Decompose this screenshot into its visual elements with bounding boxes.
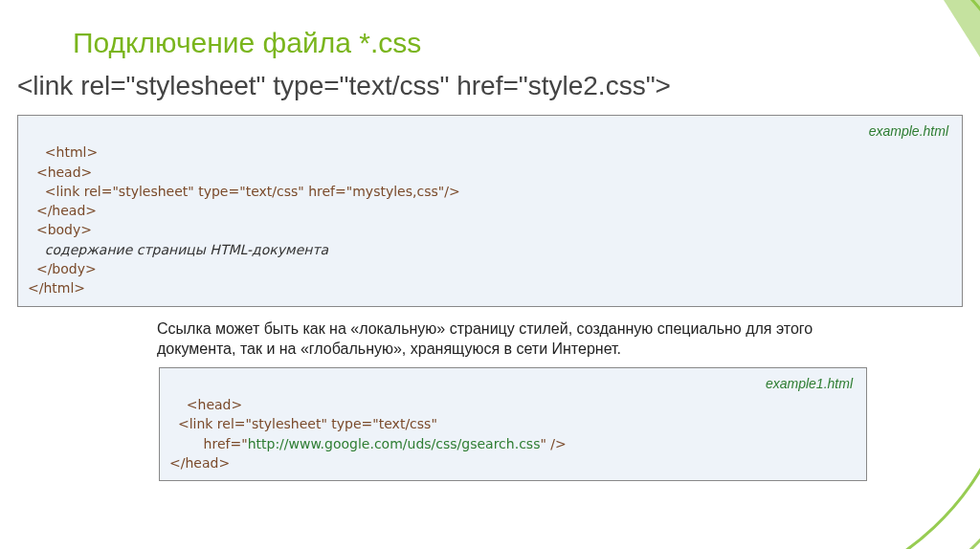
external-url: http://www.google.com/uds/css/gsearch.cs…: [248, 436, 541, 451]
href-prefix: href=": [169, 436, 248, 451]
head-close: </head>: [28, 203, 97, 218]
link-line-2a: <link rel="stylesheet" type="text/css": [169, 416, 437, 431]
code-filename-1: example.html: [869, 121, 948, 141]
body-open: <body>: [28, 222, 92, 237]
body-close: </body>: [28, 261, 97, 276]
href-suffix: " />: [540, 436, 566, 451]
slide-content: Подключение файла *.css <link rel="style…: [0, 0, 980, 481]
body-content: содержание страницы HTML-документа: [28, 242, 328, 257]
slide-title: Подключение файла *.css: [73, 27, 963, 59]
html-open: <html>: [45, 144, 98, 160]
code-filename-2: example1.html: [766, 374, 853, 393]
head-close-2: </head>: [169, 455, 230, 471]
html-close: </html>: [28, 280, 85, 296]
code-example-2: example1.html<head> <link rel="styleshee…: [159, 367, 867, 481]
code-example-1: example.html<html> <head> <link rel="sty…: [17, 115, 963, 307]
main-code-line: <link rel="stylesheet" type="text/css" h…: [17, 71, 963, 101]
description-text: Ссылка может быть как на «локальную» стр…: [157, 318, 846, 360]
head-open-2: <head>: [187, 397, 242, 412]
link-line-1: <link rel="stylesheet" type="text/css" h…: [28, 184, 460, 199]
head-open: <head>: [28, 165, 92, 180]
